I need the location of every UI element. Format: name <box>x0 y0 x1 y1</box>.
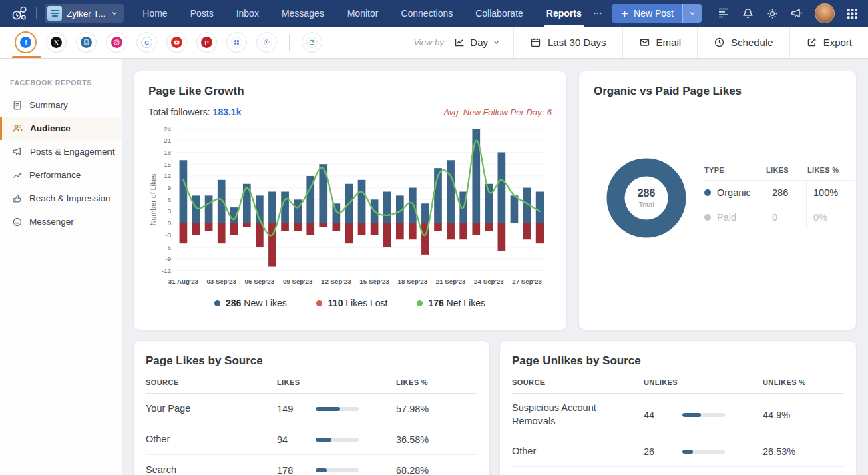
total-followers-label: Total followers: <box>148 107 210 117</box>
legend-text: 286 New Likes <box>226 298 287 308</box>
user-avatar[interactable] <box>815 3 835 23</box>
sidebar-item-summary[interactable]: Summary <box>0 93 122 117</box>
nav-item-messages[interactable]: Messages <box>282 0 324 27</box>
navbar-divider <box>36 7 37 19</box>
page-like-growth-card: Page Like Growth Total followers:183.1k … <box>133 71 567 330</box>
channel-google-icon[interactable]: G <box>136 32 157 53</box>
pct-cell: 68.28% <box>396 465 477 475</box>
svg-text:15: 15 <box>164 161 171 168</box>
view-by-group: View by: Day <box>400 27 513 58</box>
channel-divider <box>289 34 290 51</box>
sidebar-item-reach-impression[interactable]: Reach & Impression <box>0 187 122 210</box>
new-post-split-button: New Post <box>612 4 702 23</box>
svg-text:06 Sep'23: 06 Sep'23 <box>245 278 275 285</box>
sidebar-item-audience[interactable]: Audience <box>0 117 122 140</box>
sidebar-item-messenger[interactable]: Messenger <box>0 210 122 233</box>
schedule-button[interactable]: Schedule <box>697 27 789 58</box>
sidebar-item-label: Summary <box>29 100 68 110</box>
nav-item-reports[interactable]: Reports <box>546 0 582 27</box>
zoho-social-logo-icon[interactable] <box>11 5 28 22</box>
legend-item-net-likes[interactable]: 176 Net Likes <box>417 298 485 308</box>
document-icon <box>12 100 23 111</box>
nav-item-home[interactable]: Home <box>142 0 167 27</box>
card-title: Page Like Growth <box>148 85 552 98</box>
legend-item-new-likes[interactable]: 286 New Likes <box>214 298 287 308</box>
new-post-dropdown-button[interactable] <box>682 4 702 23</box>
view-by-label: View by: <box>413 37 446 47</box>
channel-scheduler-clock-icon[interactable] <box>256 32 277 53</box>
card-title: Page Unlikes by Source <box>512 354 844 368</box>
source-cell: Your Page <box>146 402 277 416</box>
table-row-unlikes-from-page-posts-or-news-feed[interactable]: Unlikes From Page, Posts, Or News Feed22… <box>512 467 844 475</box>
nav-more-icon[interactable] <box>592 8 603 19</box>
svg-text:Number of Likes: Number of Likes <box>149 173 157 225</box>
table-row-search[interactable]: Search17868.28% <box>146 455 477 475</box>
total-followers: Total followers:183.1k <box>148 107 241 117</box>
table-row-your-page[interactable]: Your Page14957.98% <box>146 394 477 424</box>
likes-cell: 286 <box>765 181 806 205</box>
organic-table-row-paid[interactable]: Paid00% <box>703 205 855 229</box>
column-header: LIKES <box>277 378 316 386</box>
announcements-megaphone-icon[interactable] <box>790 7 803 20</box>
card-title: Page Likes by Source <box>146 354 477 368</box>
channel-facebook-icon[interactable]: f <box>15 31 37 53</box>
legend-text: 110 Likes Lost <box>328 298 388 308</box>
donut-total-label: Total <box>638 201 654 209</box>
likes-by-source-table: SOURCELIKESLIKES %Your Page14957.98%Othe… <box>146 378 477 475</box>
sidebar-item-performance[interactable]: Performance <box>0 163 122 187</box>
table-row-suspicious-account-removals[interactable]: Suspicious Account Removals4444.9% <box>512 394 844 436</box>
nav-item-collaborate[interactable]: Collaborate <box>475 0 523 27</box>
top-navbar: Zylker T... HomePostsInboxMessagesMonito… <box>0 0 868 27</box>
nav-item-monitor[interactable]: Monitor <box>347 0 379 27</box>
column-header: LIKES <box>765 166 806 174</box>
channel-linkedin-icon[interactable] <box>76 32 97 53</box>
svg-text:03 Sep'23: 03 Sep'23 <box>206 278 236 285</box>
email-button[interactable]: Email <box>622 27 698 58</box>
brand-switcher[interactable]: Zylker T... <box>45 4 124 23</box>
export-icon <box>806 37 817 48</box>
notifications-bell-icon[interactable] <box>742 7 754 20</box>
nav-item-inbox[interactable]: Inbox <box>236 0 259 27</box>
table-row-other[interactable]: Other9436.58% <box>146 424 477 455</box>
column-header: LIKES % <box>806 166 855 174</box>
channel-youtube-icon[interactable] <box>166 32 187 53</box>
new-post-button[interactable]: New Post <box>612 4 682 23</box>
svg-text:18: 18 <box>164 149 171 156</box>
svg-text:P: P <box>204 39 208 46</box>
progress-bar <box>316 407 359 411</box>
sidebar-item-posts-engagement[interactable]: Posts & Engagement <box>0 140 122 163</box>
table-header: SOURCEUNLIKESUNLIKES % <box>512 378 844 394</box>
channel-instagram-icon[interactable] <box>106 32 127 53</box>
table-row-other[interactable]: Other2626.53% <box>512 436 844 467</box>
nav-item-posts[interactable]: Posts <box>190 0 214 27</box>
channel-apps-grid-icon[interactable] <box>226 32 247 53</box>
table-header: SOURCELIKESLIKES % <box>146 378 477 394</box>
channel-x-twitter-icon[interactable] <box>46 32 67 53</box>
legend-item-likes-lost[interactable]: 110 Likes Lost <box>316 298 388 308</box>
organic-vs-paid-card: Organic vs Paid Page Likes 286 Total TYP… <box>578 71 857 330</box>
nav-item-connections[interactable]: Connections <box>401 0 453 27</box>
action-label: Export <box>823 37 852 48</box>
channel-pinterest-icon[interactable]: P <box>196 32 217 53</box>
likes-pct-cell: 0% <box>806 205 855 229</box>
progress-bar <box>316 438 359 442</box>
app-grid-icon[interactable] <box>846 7 859 20</box>
total-followers-value-link[interactable]: 183.1k <box>213 107 242 117</box>
svg-text:12: 12 <box>164 172 171 179</box>
settings-gear-icon[interactable] <box>766 7 779 20</box>
view-by-day-selector[interactable]: Day <box>454 37 500 48</box>
bar-cell <box>682 450 763 454</box>
export-button[interactable]: Export <box>789 27 868 58</box>
zoho-social-app: Zylker T... HomePostsInboxMessagesMonito… <box>0 0 868 475</box>
organic-table-row-organic[interactable]: Organic286100% <box>703 180 855 205</box>
bar-cell <box>682 413 763 417</box>
activity-feed-icon[interactable] <box>717 7 730 20</box>
svg-text:12 Sep'23: 12 Sep'23 <box>321 278 351 285</box>
pct-cell: 44.9% <box>763 410 844 420</box>
last-30-days-button[interactable]: Last 30 Days <box>513 27 622 58</box>
channel-link-green-icon[interactable] <box>302 32 322 53</box>
card-title: Organic vs Paid Page Likes <box>594 85 841 98</box>
donut-total-value: 286 <box>638 187 656 199</box>
page-unlikes-by-source-card: Page Unlikes by Source SOURCEUNLIKESUNLI… <box>499 340 857 475</box>
column-header: SOURCE <box>512 378 644 386</box>
